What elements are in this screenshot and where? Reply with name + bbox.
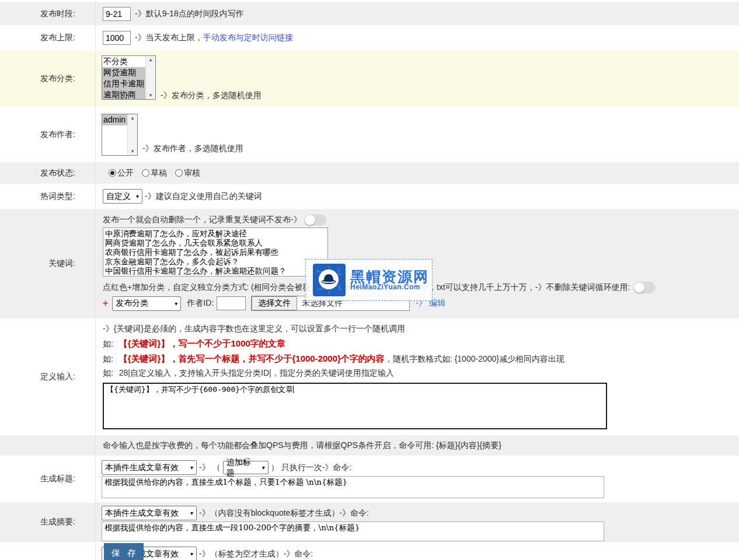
category-option[interactable]: 逾期协商	[102, 89, 145, 99]
select-value: 本插件生成文章有效	[105, 463, 179, 473]
gen-summary-command-textarea[interactable]: 根据我提供给你的内容，直接生成一段100-200个字的摘要，\n\n{标题}	[102, 522, 604, 541]
example-prefix: 如:	[103, 368, 113, 377]
row-publish-author: 发布作者: admin ▲ ▼ -》发布作者，多选随机使用	[0, 108, 739, 161]
row-publish-category: 发布分类: 不分类 网贷逾期 信用卡逾期 逾期协商 ▲ ▼ -》发布分类，多选随…	[0, 51, 739, 107]
publish-limit-label: 发布上限:	[0, 26, 96, 50]
category-option[interactable]: 信用卡逾期	[102, 78, 145, 89]
define-input-label: 定义输入:	[0, 320, 96, 434]
radio-label: 公开	[117, 168, 134, 178]
category-option[interactable]: 不分类	[102, 56, 145, 67]
save-button[interactable]: 保 存	[104, 543, 144, 560]
gen-summary-desc: -》（内容没有blockquote标签才生成）-》命令:	[199, 508, 369, 519]
define-input-value: 【{关键词}】，并写不少于{600-900}个字的原创文章	[106, 385, 293, 394]
radio-icon[interactable]	[142, 169, 149, 177]
hotword-type-label: 热词类型:	[0, 185, 96, 208]
gen-tag-desc: -》（标签为空才生成）-》命令:	[199, 549, 313, 559]
watermark-title: 黑帽资源网	[350, 269, 429, 284]
publish-category-label: 发布分类:	[0, 51, 96, 107]
example2-red: 【{关键词}】，首先写一个标题，并写不少于{1000-2000}个字的内容	[119, 354, 385, 363]
radio-label: 草稿	[151, 168, 167, 178]
heimao-logo-icon	[313, 264, 346, 296]
publish-limit-input[interactable]	[103, 31, 131, 45]
auto-delete-label: 发布一个就会自动删除一个，记录重复关键词不发布-》	[103, 215, 302, 225]
listbox-scrollbar[interactable]: ▲ ▼	[145, 56, 155, 99]
scroll-down-icon[interactable]: ▼	[130, 149, 135, 154]
keywords-label: 关键词:	[0, 209, 96, 318]
author-id-input[interactable]	[217, 296, 246, 310]
listbox-scrollbar[interactable]: ▲ ▼	[127, 114, 137, 155]
select-value: 本插件生成文章有效	[105, 508, 179, 519]
publish-category-listbox[interactable]: 不分类 网贷逾期 信用卡逾期 逾期协商 ▲ ▼	[102, 55, 156, 100]
gen-summary-scope-select[interactable]: 本插件生成文章有效 ▾	[102, 506, 197, 520]
gen-title-arrow: -》	[199, 463, 210, 473]
gen-title-label: 生成标题:	[0, 457, 96, 501]
keywords-textarea[interactable]: 中原消费逾期了怎么办，应对及解决途径 网商贷逾期了怎么办，几天会联系紧急联系人 …	[103, 228, 328, 276]
auto-delete-toggle[interactable]	[304, 214, 326, 226]
gen-title-scope-select[interactable]: 本插件生成文章有效 ▾	[102, 460, 197, 475]
radio-icon[interactable]	[175, 169, 183, 177]
loop-toggle-label: -》不删除关键词循环使用:	[535, 282, 630, 293]
author-id-label: 作者ID:	[187, 298, 214, 309]
watermark-domain: HeiMaoZiYuan.Com	[350, 283, 429, 291]
example-prefix: 如:	[103, 354, 113, 363]
chevron-down-icon: ▾	[171, 300, 177, 307]
scroll-up-icon[interactable]: ▲	[130, 116, 135, 121]
define-input-textarea[interactable]: 【{关键词}】，并写不少于{600-900}个字的原创文章	[103, 383, 607, 429]
radio-review[interactable]: 审核	[175, 168, 200, 178]
publish-status-label: 发布状态:	[0, 162, 96, 184]
top-sliver-content-cell	[96, 0, 739, 2]
gen-title-after: 只执行一次-》命令:	[281, 463, 352, 473]
example-prefix: 如:	[103, 339, 113, 348]
row-publish-limit: 发布上限: -》当天发布上限， 手动发布与定时访问链接	[0, 26, 739, 50]
add-category-button[interactable]: +	[103, 298, 108, 309]
radio-label: 审核	[184, 168, 200, 178]
category-assign-select[interactable]: 发布分类 ▾	[112, 296, 181, 311]
gen-title-mode-select[interactable]: 追加标题 ▾	[223, 461, 269, 474]
scroll-up-icon[interactable]: ▲	[148, 57, 153, 62]
publish-time-desc: -》默认9-18点的时间段内写作	[135, 9, 244, 19]
row-publish-status: 发布状态: 公开 草稿 审核	[0, 162, 739, 184]
choose-file-button[interactable]: 选择文件	[252, 296, 297, 310]
publish-time-label: 发布时段:	[0, 3, 96, 25]
gen-tag-label-cell	[0, 543, 96, 559]
example1-red: 【{关键词}】，写一个不少于1000字的文章	[119, 338, 285, 348]
plugin-settings-page: 发布时段: -》默认9-18点的时间段内写作 发布上限: -》当天发布上限， 手…	[0, 0, 739, 560]
example3: 28|自定义输入，支持输入开头指定分类ID|，指定分类的关键词使用指定输入	[119, 368, 394, 377]
hotword-type-desc: -》建议自定义使用自己的关键词	[145, 191, 262, 202]
chevron-down-icon: ▾	[187, 464, 193, 471]
publish-time-input[interactable]	[103, 7, 131, 21]
row-command-note: 命令输入也是按字收费的，每个功能都会叠加QPS与费用，请根据QPS条件开启，命令…	[0, 435, 739, 456]
row-hotword-type: 热词类型: 自定义 ▾ -》建议自定义使用自己的关键词	[0, 185, 739, 208]
example2-rest: ，随机字数格式如: {1000-2000}减少相同内容出现	[385, 354, 564, 363]
radio-public[interactable]: 公开	[109, 168, 134, 178]
publish-author-listbox[interactable]: admin ▲ ▼	[102, 114, 138, 156]
gen-title-command-textarea[interactable]: 根据我提供给你的内容，直接生成1个标题，只要1个标题 \n\n{标题}	[102, 476, 604, 498]
publish-limit-desc: -》当天发布上限，	[135, 33, 203, 43]
loop-keywords-toggle[interactable]	[633, 282, 656, 293]
row-gen-title: 生成标题: 本插件生成文章有效 ▾ -》 （ 追加标题 ▾ ） 只执行一次-》命…	[0, 457, 739, 501]
category-option[interactable]: 网贷逾期	[102, 67, 145, 78]
chevron-down-icon: ▾	[133, 193, 139, 200]
top-sliver-label-cell	[0, 0, 96, 2]
gen-summary-label: 生成摘要:	[0, 502, 96, 542]
paren-open: （	[212, 463, 221, 473]
select-value: 发布分类	[116, 298, 148, 309]
scroll-down-icon[interactable]: ▼	[148, 93, 153, 98]
publish-author-label: 发布作者:	[0, 108, 96, 161]
radio-draft[interactable]: 草稿	[142, 168, 167, 178]
publish-category-desc: -》发布分类，多选随机使用	[161, 90, 262, 101]
command-note-text: 命令输入也是按字收费的，每个功能都会叠加QPS与费用，请根据QPS条件开启，命令…	[103, 440, 501, 451]
chevron-down-icon: ▾	[259, 464, 265, 471]
radio-selected-icon[interactable]	[109, 169, 116, 177]
row-define-input: 定义输入: -》{关键词}是必须的，生成内容字数也在这里定义，可以设置多个一行一…	[0, 320, 739, 434]
publish-author-desc: -》发布作者，多选随机使用	[142, 144, 243, 154]
chevron-down-icon: ▾	[187, 510, 193, 516]
select-value: 追加标题	[226, 457, 259, 478]
row-gen-summary: 生成摘要: 本插件生成文章有效 ▾ -》（内容没有blockquote标签才生成…	[0, 502, 739, 542]
text-cursor	[293, 386, 294, 393]
select-value: 自定义	[106, 191, 131, 202]
author-option[interactable]: admin	[102, 114, 127, 125]
hotword-type-select[interactable]: 自定义 ▾	[103, 189, 142, 204]
manual-publish-link[interactable]: 手动发布与定时访问链接	[203, 33, 293, 43]
paren-close: ）	[271, 463, 279, 473]
